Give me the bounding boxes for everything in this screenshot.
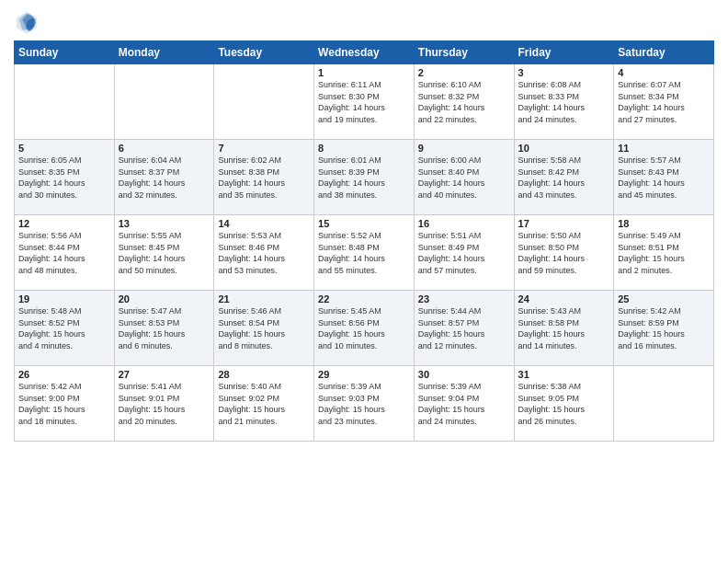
calendar-cell: 16Sunrise: 5:51 AM Sunset: 8:49 PM Dayli…	[414, 215, 514, 291]
calendar-cell: 23Sunrise: 5:44 AM Sunset: 8:57 PM Dayli…	[414, 291, 514, 366]
week-row-5: 26Sunrise: 5:42 AM Sunset: 9:00 PM Dayli…	[15, 366, 714, 442]
day-number: 31	[518, 369, 610, 380]
day-number: 20	[119, 293, 210, 304]
day-info: Sunrise: 6:00 AM Sunset: 8:40 PM Dayligh…	[418, 155, 510, 201]
calendar-cell: 6Sunrise: 6:04 AM Sunset: 8:37 PM Daylig…	[114, 140, 214, 215]
day-number: 19	[18, 293, 110, 304]
day-number: 9	[418, 143, 510, 154]
day-info: Sunrise: 5:50 AM Sunset: 8:50 PM Dayligh…	[518, 230, 610, 276]
calendar-cell: 12Sunrise: 5:56 AM Sunset: 8:44 PM Dayli…	[15, 215, 115, 291]
day-header-monday: Monday	[114, 41, 214, 64]
day-number: 3	[518, 67, 610, 78]
day-number: 4	[618, 67, 710, 78]
day-info: Sunrise: 5:42 AM Sunset: 8:59 PM Dayligh…	[618, 305, 710, 351]
calendar-cell: 19Sunrise: 5:48 AM Sunset: 8:52 PM Dayli…	[15, 291, 115, 366]
day-info: Sunrise: 6:04 AM Sunset: 8:37 PM Dayligh…	[119, 155, 210, 201]
calendar-cell: 10Sunrise: 5:58 AM Sunset: 8:42 PM Dayli…	[514, 140, 614, 215]
calendar-cell: 28Sunrise: 5:40 AM Sunset: 9:02 PM Dayli…	[214, 366, 314, 442]
day-info: Sunrise: 5:46 AM Sunset: 8:54 PM Dayligh…	[218, 305, 310, 351]
day-number: 22	[318, 293, 410, 304]
week-row-4: 19Sunrise: 5:48 AM Sunset: 8:52 PM Dayli…	[15, 291, 714, 366]
day-header-saturday: Saturday	[614, 41, 714, 64]
day-number: 6	[119, 143, 210, 154]
day-number: 14	[218, 218, 310, 229]
calendar-cell	[614, 366, 714, 442]
day-info: Sunrise: 5:49 AM Sunset: 8:51 PM Dayligh…	[618, 230, 710, 276]
day-info: Sunrise: 6:07 AM Sunset: 8:34 PM Dayligh…	[618, 79, 710, 125]
calendar-cell: 26Sunrise: 5:42 AM Sunset: 9:00 PM Dayli…	[15, 366, 115, 442]
day-number: 5	[18, 143, 110, 154]
header	[14, 9, 714, 35]
calendar-cell: 30Sunrise: 5:39 AM Sunset: 9:04 PM Dayli…	[414, 366, 514, 442]
calendar-cell: 15Sunrise: 5:52 AM Sunset: 8:48 PM Dayli…	[314, 215, 415, 291]
day-number: 16	[418, 218, 510, 229]
calendar-cell: 8Sunrise: 6:01 AM Sunset: 8:39 PM Daylig…	[314, 140, 415, 215]
day-number: 29	[318, 369, 410, 380]
logo-icon	[14, 9, 40, 35]
calendar-cell: 18Sunrise: 5:49 AM Sunset: 8:51 PM Dayli…	[614, 215, 714, 291]
day-info: Sunrise: 5:57 AM Sunset: 8:43 PM Dayligh…	[618, 155, 710, 201]
day-header-sunday: Sunday	[15, 41, 115, 64]
day-header-thursday: Thursday	[414, 41, 514, 64]
day-number: 8	[318, 143, 410, 154]
calendar-cell: 7Sunrise: 6:02 AM Sunset: 8:38 PM Daylig…	[214, 140, 314, 215]
day-info: Sunrise: 5:41 AM Sunset: 9:01 PM Dayligh…	[119, 381, 210, 427]
calendar: SundayMondayTuesdayWednesdayThursdayFrid…	[14, 40, 714, 442]
calendar-cell: 22Sunrise: 5:45 AM Sunset: 8:56 PM Dayli…	[314, 291, 415, 366]
calendar-cell: 2Sunrise: 6:10 AM Sunset: 8:32 PM Daylig…	[414, 64, 514, 140]
day-info: Sunrise: 5:45 AM Sunset: 8:56 PM Dayligh…	[318, 305, 410, 351]
week-row-2: 5Sunrise: 6:05 AM Sunset: 8:35 PM Daylig…	[15, 140, 714, 215]
day-info: Sunrise: 5:39 AM Sunset: 9:04 PM Dayligh…	[418, 381, 510, 427]
day-info: Sunrise: 5:51 AM Sunset: 8:49 PM Dayligh…	[418, 230, 510, 276]
day-info: Sunrise: 6:11 AM Sunset: 8:30 PM Dayligh…	[318, 79, 410, 125]
day-number: 30	[418, 369, 510, 380]
day-info: Sunrise: 6:10 AM Sunset: 8:32 PM Dayligh…	[418, 79, 510, 125]
day-number: 2	[418, 67, 510, 78]
calendar-cell: 29Sunrise: 5:39 AM Sunset: 9:03 PM Dayli…	[314, 366, 415, 442]
day-number: 24	[518, 293, 610, 304]
day-number: 21	[218, 293, 310, 304]
day-number: 28	[218, 369, 310, 380]
calendar-header-row: SundayMondayTuesdayWednesdayThursdayFrid…	[15, 41, 714, 64]
day-number: 13	[119, 218, 210, 229]
day-info: Sunrise: 5:38 AM Sunset: 9:05 PM Dayligh…	[518, 381, 610, 427]
day-number: 12	[18, 218, 110, 229]
calendar-cell: 27Sunrise: 5:41 AM Sunset: 9:01 PM Dayli…	[114, 366, 214, 442]
day-header-wednesday: Wednesday	[314, 41, 415, 64]
calendar-cell: 1Sunrise: 6:11 AM Sunset: 8:30 PM Daylig…	[314, 64, 415, 140]
calendar-cell	[15, 64, 115, 140]
logo	[14, 9, 41, 35]
day-number: 23	[418, 293, 510, 304]
calendar-cell: 14Sunrise: 5:53 AM Sunset: 8:46 PM Dayli…	[214, 215, 314, 291]
day-number: 25	[618, 293, 710, 304]
day-info: Sunrise: 5:44 AM Sunset: 8:57 PM Dayligh…	[418, 305, 510, 351]
day-number: 11	[618, 143, 710, 154]
calendar-cell: 20Sunrise: 5:47 AM Sunset: 8:53 PM Dayli…	[114, 291, 214, 366]
day-info: Sunrise: 6:01 AM Sunset: 8:39 PM Dayligh…	[318, 155, 410, 201]
day-number: 1	[318, 67, 410, 78]
calendar-cell: 11Sunrise: 5:57 AM Sunset: 8:43 PM Dayli…	[614, 140, 714, 215]
calendar-cell	[214, 64, 314, 140]
calendar-cell: 3Sunrise: 6:08 AM Sunset: 8:33 PM Daylig…	[514, 64, 614, 140]
day-info: Sunrise: 6:02 AM Sunset: 8:38 PM Dayligh…	[218, 155, 310, 201]
day-info: Sunrise: 6:05 AM Sunset: 8:35 PM Dayligh…	[18, 155, 110, 201]
calendar-cell: 17Sunrise: 5:50 AM Sunset: 8:50 PM Dayli…	[514, 215, 614, 291]
day-number: 27	[119, 369, 210, 380]
day-info: Sunrise: 5:55 AM Sunset: 8:45 PM Dayligh…	[119, 230, 210, 276]
day-number: 18	[618, 218, 710, 229]
calendar-cell: 13Sunrise: 5:55 AM Sunset: 8:45 PM Dayli…	[114, 215, 214, 291]
day-info: Sunrise: 5:47 AM Sunset: 8:53 PM Dayligh…	[119, 305, 210, 351]
calendar-cell: 4Sunrise: 6:07 AM Sunset: 8:34 PM Daylig…	[614, 64, 714, 140]
calendar-cell: 21Sunrise: 5:46 AM Sunset: 8:54 PM Dayli…	[214, 291, 314, 366]
day-info: Sunrise: 5:39 AM Sunset: 9:03 PM Dayligh…	[318, 381, 410, 427]
day-info: Sunrise: 5:40 AM Sunset: 9:02 PM Dayligh…	[218, 381, 310, 427]
day-number: 26	[18, 369, 110, 380]
day-number: 15	[318, 218, 410, 229]
day-header-friday: Friday	[514, 41, 614, 64]
day-info: Sunrise: 5:58 AM Sunset: 8:42 PM Dayligh…	[518, 155, 610, 201]
day-info: Sunrise: 5:56 AM Sunset: 8:44 PM Dayligh…	[18, 230, 110, 276]
day-info: Sunrise: 5:42 AM Sunset: 9:00 PM Dayligh…	[18, 381, 110, 427]
week-row-1: 1Sunrise: 6:11 AM Sunset: 8:30 PM Daylig…	[15, 64, 714, 140]
day-info: Sunrise: 5:53 AM Sunset: 8:46 PM Dayligh…	[218, 230, 310, 276]
calendar-cell: 31Sunrise: 5:38 AM Sunset: 9:05 PM Dayli…	[514, 366, 614, 442]
